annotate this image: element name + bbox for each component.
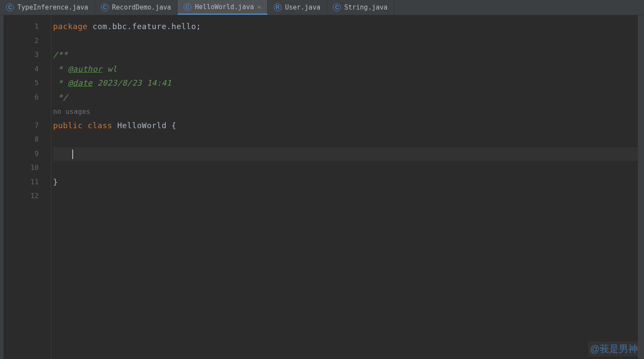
line-number: 2 (3, 34, 51, 48)
tab-label: String.java (344, 3, 387, 11)
line-number: 12 (3, 189, 51, 203)
open-brace: { (171, 121, 176, 130)
line-number: 11 (3, 175, 51, 189)
tab-label: RecordDemo.java (112, 3, 171, 11)
record-file-icon: R (274, 3, 282, 11)
class-file-icon: C (184, 3, 191, 11)
code-line-7[interactable]: public class HelloWorld { (53, 119, 644, 133)
line-number: 10 (3, 161, 51, 175)
code-line-12[interactable] (53, 189, 644, 203)
package-path: com.bbc.feature.hello; (87, 22, 201, 31)
tab-string[interactable]: CString.java (327, 0, 394, 15)
tab-recorddemo[interactable]: CRecordDemo.java (95, 0, 178, 15)
doc-date-value: 2023/8/23 14:41 (93, 78, 171, 87)
line-number: 9 (3, 147, 51, 161)
keyword-package: package (53, 22, 87, 31)
doc-tag-date: @date (68, 78, 93, 87)
line-number: 5 (3, 76, 51, 90)
code-line-3[interactable]: /** (53, 48, 644, 62)
tabs-bar: CTypeInference.javaCRecordDemo.javaCHell… (0, 0, 644, 15)
tab-label: TypeInference.java (17, 3, 88, 11)
code-line-11[interactable]: } (53, 175, 644, 189)
tab-helloworld[interactable]: CHelloWorld.java× (178, 0, 268, 15)
class-name: HelloWorld (112, 121, 171, 130)
keyword-class: class (87, 121, 112, 130)
code-line-5[interactable]: * @date 2023/8/23 14:41 (53, 76, 644, 90)
line-number: 6 (3, 90, 51, 105)
class-file-icon: C (101, 3, 109, 11)
gutter: 123456789101112 (3, 15, 51, 359)
vertical-scrollbar[interactable] (638, 15, 644, 359)
left-strip (0, 15, 3, 359)
tab-label: User.java (285, 3, 320, 11)
doc-prefix: * (53, 78, 68, 87)
code-line-8[interactable] (53, 133, 644, 147)
line-number: 8 (3, 133, 51, 147)
class-file-icon: C (333, 3, 341, 11)
watermark: @莪是男神 (588, 342, 640, 356)
doc-tag-author: @author (68, 64, 102, 73)
line-number (3, 104, 51, 119)
code-line-2[interactable] (53, 34, 644, 48)
code-hint-line[interactable]: no usages (53, 104, 644, 119)
keyword-public: public (53, 121, 83, 130)
doc-author-value: wl (102, 64, 117, 73)
usages-hint: no usages (53, 108, 91, 116)
tab-user[interactable]: RUser.java (268, 0, 327, 15)
text-cursor (72, 150, 73, 159)
close-brace: } (53, 177, 58, 186)
line-number: 7 (3, 119, 51, 133)
code-line-4[interactable]: * @author wl (53, 62, 644, 76)
doc-end: */ (53, 93, 68, 102)
code-line-10[interactable] (53, 161, 644, 175)
code-line-9[interactable] (53, 147, 644, 161)
line-number: 4 (3, 62, 51, 76)
doc-prefix: * (53, 64, 68, 73)
doc-start: /** (53, 50, 68, 59)
code-line-1[interactable]: package com.bbc.feature.hello; (53, 20, 644, 34)
tab-label: HelloWorld.java (195, 3, 254, 11)
editor-area: 123456789101112 package com.bbc.feature.… (0, 15, 644, 359)
line-number: 1 (3, 20, 51, 34)
line-number: 3 (3, 48, 51, 62)
code-area[interactable]: package com.bbc.feature.hello; /** * @au… (51, 15, 644, 359)
close-icon[interactable]: × (258, 3, 261, 10)
code-line-6[interactable]: */ (53, 90, 644, 105)
class-file-icon: C (6, 3, 14, 11)
tab-typeinference[interactable]: CTypeInference.java (0, 0, 95, 15)
